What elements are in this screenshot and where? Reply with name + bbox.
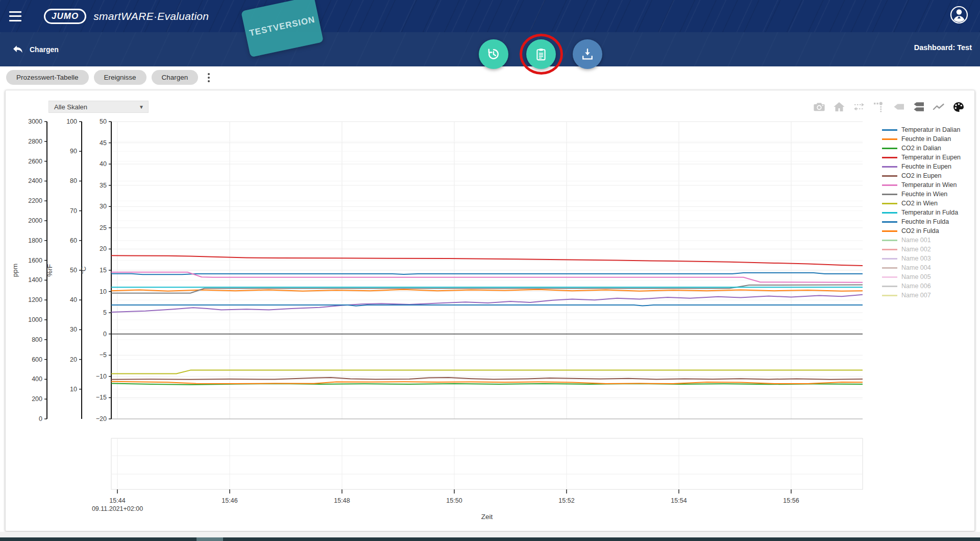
y-tick-label: 40 (70, 296, 77, 303)
y-tick-label: 45 (100, 139, 107, 147)
legend-swatch (882, 184, 897, 186)
y-tick-label: 10 (70, 386, 77, 393)
legend-item[interactable]: Name 003 (882, 254, 961, 263)
series-line (111, 370, 863, 374)
legend-swatch (882, 221, 897, 223)
history-button[interactable] (479, 39, 508, 69)
legend-label: Temperatur in Dalian (901, 126, 960, 133)
back-label: Chargen (30, 45, 59, 54)
legend-label: Temperatur in Fulda (901, 209, 958, 216)
legend-item[interactable]: Name 001 (882, 236, 961, 245)
y-tick-label: 15 (100, 267, 107, 274)
rangeslider[interactable] (111, 438, 863, 489)
legend-label: Feuchte in Wien (901, 191, 947, 198)
legend-item[interactable]: Temperatur in Dalian (882, 125, 961, 134)
legend-label: Temperatur in Wien (901, 181, 957, 189)
bottom-scrollbar-thumb[interactable] (197, 537, 223, 541)
legend-item[interactable]: Feuchte in Fulda (882, 217, 961, 226)
legend-item[interactable]: Name 004 (882, 263, 961, 272)
y-tick-label: 1600 (28, 257, 42, 264)
series-line (111, 295, 863, 312)
legend-item[interactable]: Name 007 (882, 291, 961, 300)
legend-item[interactable]: CO2 in Dalian (882, 144, 961, 153)
series-line (111, 305, 863, 306)
legend-item[interactable]: Feuchte in Eupen (882, 162, 961, 171)
legend-item[interactable]: Feuchte in Dalian (882, 134, 961, 144)
dashboard-title: Dashboard: Test (914, 43, 972, 52)
top-app-bar: JUMO smartWARE·Evaluation (0, 0, 980, 32)
legend-item[interactable]: Feuchte in Wien (882, 190, 961, 199)
legend-swatch (882, 175, 897, 177)
legend-item[interactable]: CO2 in Eupen (882, 171, 961, 180)
y-tick-label: 10 (100, 288, 107, 295)
jumo-logo: JUMO (44, 9, 86, 24)
legend-item[interactable]: CO2 in Wien (882, 199, 961, 208)
camera-icon[interactable] (813, 101, 825, 112)
home-icon[interactable] (833, 101, 845, 112)
scale-selector-dropdown[interactable]: Alle Skalen ▼ (48, 101, 149, 113)
chart-legend: Temperatur in DalianFeuchte in DalianCO2… (882, 125, 961, 300)
y-tick-label: 600 (32, 356, 42, 363)
y-axis-title: °C (80, 266, 87, 274)
y-tick-label: 1200 (28, 296, 42, 303)
palette-icon[interactable] (952, 101, 965, 112)
y-tick-label: 200 (32, 395, 42, 403)
legend-swatch (882, 258, 897, 260)
legend-swatch (882, 157, 897, 158)
y-tick-label: 5 (103, 309, 107, 316)
series-line (111, 382, 863, 384)
legend-item[interactable]: CO2 in Fulda (882, 226, 961, 236)
legend-item[interactable]: Name 002 (882, 245, 961, 254)
x-axis-title: Zeit (481, 513, 493, 521)
y-tick-label: 2400 (28, 177, 42, 184)
back-link-chargen[interactable]: Chargen (12, 45, 59, 54)
legend-label: Feuchte in Fulda (901, 218, 949, 225)
legend-swatch (882, 203, 897, 204)
y-tick-label: 1000 (28, 316, 42, 323)
tag-icon[interactable] (893, 101, 905, 112)
pan-arrows-icon[interactable] (853, 101, 865, 112)
legend-item[interactable]: Temperatur in Eupen (882, 153, 961, 162)
y-tick-label: 20 (70, 356, 77, 363)
legend-item[interactable]: Name 005 (882, 272, 961, 281)
y-tick-label: −10 (96, 373, 107, 380)
y-tick-label: 3000 (28, 118, 42, 125)
hamburger-menu-icon[interactable] (9, 11, 21, 21)
y-tick-label: 2800 (28, 138, 42, 145)
series-line (111, 290, 863, 291)
clipboard-button[interactable] (526, 39, 556, 69)
x-tick-label: 15:46 (222, 497, 237, 504)
legend-label: Name 003 (901, 255, 931, 262)
y-tick-label: 90 (70, 148, 77, 155)
y-tick-label: 70 (70, 207, 77, 215)
y-tick-label: 35 (100, 182, 107, 189)
legend-item[interactable]: Temperatur in Wien (882, 180, 961, 190)
x-tick-label: 15:48 (334, 497, 350, 504)
y-tick-label: 60 (70, 237, 77, 244)
y-tick-label: 0 (39, 415, 42, 422)
line-style-icon[interactable] (933, 101, 945, 112)
y-tick-label: 2600 (28, 158, 42, 165)
legend-item[interactable]: Temperatur in Fulda (882, 208, 961, 217)
legend-label: CO2 in Eupen (901, 172, 942, 179)
more-options-kebab-icon[interactable] (203, 71, 214, 84)
y-tick-label: 30 (100, 203, 107, 210)
legend-item[interactable]: Name 006 (882, 281, 961, 291)
tags-icon[interactable] (913, 101, 925, 112)
legend-swatch (882, 194, 897, 195)
series-line (111, 285, 863, 293)
series-line (111, 273, 863, 274)
bottom-scrollbar-track (0, 532, 980, 537)
x-tick-label: 15:56 (783, 497, 799, 504)
download-button[interactable] (573, 39, 602, 69)
x-tick-label: 15:44 (109, 497, 125, 504)
y-tick-label: −5 (100, 351, 107, 359)
tab-ereignisse[interactable]: Ereignisse (94, 70, 146, 85)
user-avatar-icon[interactable] (949, 5, 969, 25)
tab-chargen[interactable]: Chargen (152, 70, 199, 85)
clipboard-icon (534, 47, 548, 61)
tab-prozesswert-tabelle[interactable]: Prozesswert-Tabelle (6, 70, 89, 85)
spike-lines-icon[interactable] (873, 101, 885, 112)
legend-label: Name 001 (901, 237, 931, 244)
app-title: smartWARE·Evaluation (93, 10, 209, 22)
